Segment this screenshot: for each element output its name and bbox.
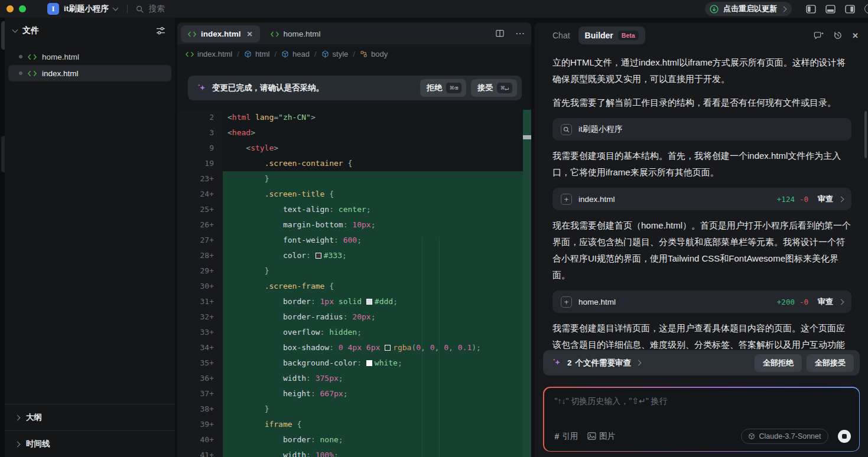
minimize-button[interactable]: [6, 5, 14, 12]
toggle-right-panel-icon[interactable]: [845, 5, 855, 14]
line-number: 29+: [177, 263, 223, 279]
review-link[interactable]: 审查: [818, 296, 833, 307]
code-line: 40+ border: none;: [177, 432, 531, 448]
tab-builder[interactable]: Builder Beta: [578, 27, 645, 44]
tab-home-html[interactable]: home.html: [264, 25, 328, 43]
diff-review-banner: 变更已完成，请确认是否采纳。 拒绝 ⌘⌫ 接受 ⌘↵: [188, 76, 522, 100]
search-icon: [561, 124, 572, 135]
line-number: 37+: [177, 386, 223, 401]
outline-section[interactable]: 大纲: [5, 404, 175, 430]
close-tab-icon[interactable]: ✕: [247, 30, 253, 38]
chevron-right-icon: [781, 6, 787, 12]
line-number: 35+: [177, 355, 223, 371]
symbol-cube-icon: [244, 50, 252, 58]
beta-badge: Beta: [618, 31, 639, 40]
code-line: 25+ text-align: center;: [177, 202, 531, 217]
stop-icon: [842, 434, 847, 439]
tool-call-card[interactable]: it刷题小程序: [552, 118, 851, 141]
app-logo: I: [47, 3, 59, 15]
tab-chat[interactable]: Chat: [552, 31, 570, 40]
sparkle-icon: [551, 358, 561, 368]
split-editor-icon[interactable]: [495, 29, 505, 38]
breadcrumb-separator: /: [274, 50, 277, 58]
tab-label: home.html: [284, 30, 321, 38]
breadcrumb-style[interactable]: style: [321, 50, 349, 58]
line-number: 19: [177, 156, 223, 171]
filter-icon[interactable]: [156, 27, 165, 35]
color-swatch: [366, 360, 372, 366]
reject-all-button[interactable]: 全部拒绝: [755, 354, 802, 372]
accept-changes-button[interactable]: 接受 ⌘↵: [471, 79, 517, 97]
lines-removed: -0: [799, 195, 808, 204]
global-search[interactable]: 搜索: [136, 4, 165, 14]
hash-icon: #: [555, 432, 560, 441]
assistant-paragraph: 立的HTML文件，通过index.html以iframe方式展示所有页面。这样的…: [552, 54, 851, 87]
sidebar-item-home-html[interactable]: home.html: [8, 48, 171, 65]
assistant-paragraph: 我需要创建项目的基本结构。首先，我将创建一个index.html文件作为主入口，…: [552, 148, 851, 181]
accept-all-button[interactable]: 全部接受: [807, 354, 854, 372]
line-number: 41+: [177, 448, 223, 457]
reject-changes-button[interactable]: 拒绝 ⌘⌫: [420, 79, 466, 97]
chevron-right-icon[interactable]: [636, 360, 642, 366]
file-add-icon: +: [561, 296, 572, 308]
code-lines: 2<html lang="zh-CN">3<head>9 <style>19 .…: [177, 110, 531, 457]
ai-chat-panel: Chat Builder Beta ✕ 立的HTML文件，通过index.htm…: [535, 22, 868, 457]
collapse-files-icon[interactable]: [12, 27, 18, 33]
file-status-dot: [19, 71, 22, 75]
restart-to-update-button[interactable]: 点击重启以更新: [705, 2, 792, 16]
symbol-reference-icon: [360, 50, 368, 58]
toggle-left-panel-icon[interactable]: [806, 5, 816, 14]
close-panel-icon[interactable]: ✕: [852, 31, 859, 40]
line-number: 2: [177, 110, 223, 125]
code-line: 34+ box-shadow: 0 4px 6px rgba(0, 0, 0, …: [177, 340, 531, 355]
zoom-button[interactable]: [19, 5, 26, 12]
code-line: 27+ font-weight: 600;: [177, 233, 531, 248]
line-number: 27+: [177, 233, 223, 248]
line-number: 39+: [177, 417, 223, 432]
code-editor[interactable]: 2<html lang="zh-CN">3<head>9 <style>19 .…: [177, 110, 531, 457]
chat-input[interactable]: "↑↓" 切换历史输入，"⇧↵" 换行 # 引用 图片 Claude-3.7: [544, 388, 859, 451]
file-change-card-home[interactable]: + home.html +200 -0 审查: [552, 290, 851, 313]
window-controls[interactable]: [0, 5, 26, 12]
sidebar-item-index-html[interactable]: index.html: [8, 65, 171, 81]
file-status-dot: [19, 55, 22, 58]
review-link[interactable]: 审查: [818, 194, 833, 204]
model-selector[interactable]: Claude-3.7-Sonnet: [741, 429, 828, 444]
breadcrumb-file[interactable]: index.html: [186, 50, 232, 58]
line-number: 3: [177, 125, 223, 141]
scrollbar[interactable]: [864, 111, 867, 158]
line-number: 30+: [177, 279, 223, 294]
color-swatch: [366, 299, 372, 305]
new-chat-icon[interactable]: [814, 31, 824, 40]
sparkle-icon: [196, 83, 206, 93]
tab-label: index.html: [201, 30, 241, 38]
project-switcher[interactable]: I it刷题小程序: [47, 3, 118, 15]
more-actions-icon[interactable]: ⋯: [515, 28, 525, 39]
code-line: 26+ margin-bottom: 10px;: [177, 217, 531, 233]
timeline-section[interactable]: 时间线: [5, 431, 175, 457]
line-number: 26+: [177, 217, 223, 233]
chevron-down-icon: [112, 5, 118, 11]
breadcrumb-body[interactable]: body: [360, 50, 388, 58]
line-number: 32+: [177, 309, 223, 325]
line-number: 33+: [177, 325, 223, 340]
timeline-label: 时间线: [26, 439, 50, 449]
toggle-bottom-panel-icon[interactable]: [825, 5, 836, 14]
account-icon[interactable]: [864, 4, 868, 14]
tab-index-html[interactable]: index.html ✕: [181, 25, 260, 43]
editor-panel: index.html ✕ home.html ⋯ index.html /: [177, 22, 531, 457]
stop-generation-button[interactable]: [838, 430, 851, 443]
add-reference-button[interactable]: # 引用: [555, 431, 578, 442]
breadcrumb-html[interactable]: html: [244, 50, 270, 58]
files-review-banner: 2 个文件需要审查 全部拒绝 全部接受: [543, 350, 860, 376]
history-icon[interactable]: [833, 31, 843, 40]
code-line: 24+ .screen-title {: [177, 187, 531, 202]
file-change-card-index[interactable]: + index.html +124 -0 审查: [552, 188, 851, 210]
file-name: home.html: [42, 53, 79, 61]
breadcrumb-head[interactable]: head: [281, 50, 310, 58]
minimap[interactable]: [523, 110, 531, 457]
code-file-icon: [28, 54, 37, 60]
outline-label: 大纲: [26, 412, 42, 423]
add-image-button[interactable]: 图片: [587, 431, 615, 442]
chat-header: Chat Builder Beta ✕: [535, 22, 868, 48]
